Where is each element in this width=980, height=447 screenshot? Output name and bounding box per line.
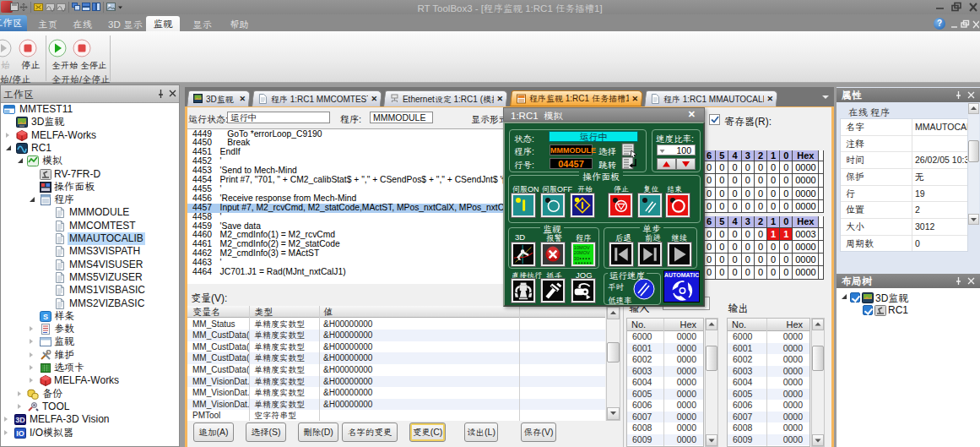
svg-text:3D: 3D: [15, 416, 25, 424]
svg-text:IO: IO: [16, 429, 24, 438]
svg-text:30: 30: [574, 256, 579, 261]
svg-text:20MOV: 20MOV: [574, 250, 590, 255]
svg-text:S: S: [43, 313, 48, 321]
svg-text:10MOV: 10MOV: [574, 245, 590, 250]
